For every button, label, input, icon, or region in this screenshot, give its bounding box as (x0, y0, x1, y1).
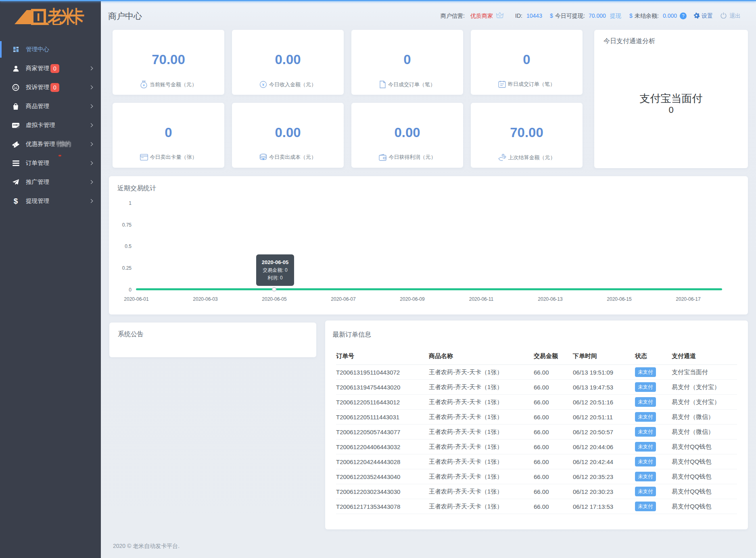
svg-text:老米卡: 老米卡 (47, 7, 84, 25)
svg-text:¥: ¥ (262, 83, 265, 87)
svg-text:¥: ¥ (142, 83, 145, 87)
svg-text:¥: ¥ (262, 157, 264, 161)
